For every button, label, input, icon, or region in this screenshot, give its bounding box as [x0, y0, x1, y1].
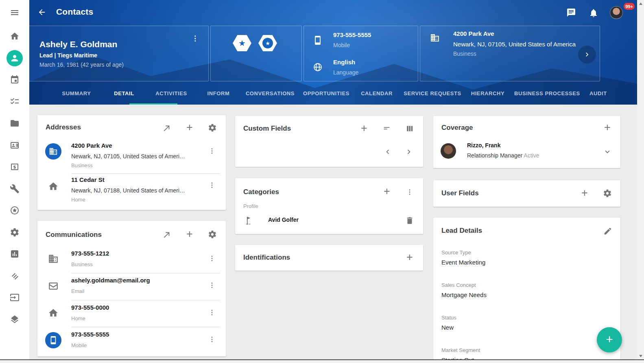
- address-row-menu-icon[interactable]: ⋮: [209, 147, 215, 155]
- user-fields-settings-icon[interactable]: [603, 188, 612, 198]
- addresses-open-icon[interactable]: [162, 123, 172, 133]
- address-row-menu-icon[interactable]: ⋮: [209, 181, 215, 189]
- top-app-bar: Contacts 99+: [29, 0, 637, 24]
- custom-fields-card: Custom Fields +: [235, 116, 423, 167]
- coverage-card: Coverage + Rizzo, Frank Relationship Man…: [433, 116, 620, 168]
- divider: [71, 300, 220, 300]
- contacts-nav-icon-active[interactable]: [7, 50, 23, 66]
- tab-opportunities[interactable]: OPPORTUNITIES: [303, 90, 349, 96]
- communications-settings-icon[interactable]: [207, 230, 217, 239]
- divider: [71, 327, 220, 327]
- tab-calendar[interactable]: CALENDAR: [361, 90, 393, 96]
- categories-add-icon[interactable]: +: [382, 187, 392, 197]
- category-delete-trash-icon[interactable]: [405, 216, 415, 225]
- communication-row-menu-icon[interactable]: ⋮: [209, 308, 215, 316]
- contact-birthdate: March 16, 1981 (42 years of age): [39, 61, 124, 68]
- lead-field-value: Event Marketing: [441, 259, 485, 266]
- vertical-scrollbar[interactable]: [637, 0, 644, 359]
- money-icon[interactable]: [10, 162, 20, 172]
- hexagon-circled-star-badge-icon[interactable]: ★: [258, 35, 277, 51]
- addresses-settings-icon[interactable]: [207, 123, 217, 133]
- coverage-expand-chevron-icon[interactable]: [603, 147, 612, 157]
- star-circle-icon[interactable]: [10, 206, 20, 215]
- home-icon[interactable]: [10, 31, 20, 41]
- golf-flag-icon: [244, 215, 255, 226]
- business-address-icon: [45, 143, 61, 160]
- tab-summary[interactable]: SUMMARY: [62, 90, 91, 96]
- lead-field-label: Source Type: [441, 249, 471, 256]
- address-type: Business: [71, 162, 93, 168]
- tab-audit[interactable]: AUDIT: [589, 90, 608, 96]
- lead-field-label: Market Segment: [441, 347, 480, 353]
- back-arrow-icon[interactable]: [37, 8, 46, 17]
- communication-row-menu-icon[interactable]: ⋮: [209, 335, 215, 343]
- lead-field-value: New: [441, 324, 454, 331]
- wrench-icon[interactable]: [10, 184, 20, 194]
- tab-service-requests[interactable]: SERVICE REQUESTS: [404, 90, 461, 96]
- custom-fields-next-chevron-icon[interactable]: [404, 147, 414, 157]
- coverage-add-icon[interactable]: +: [603, 123, 612, 133]
- identifications-title: Identifications: [243, 254, 290, 262]
- lead-field-label: Status: [441, 315, 456, 321]
- tab-detail[interactable]: DETAIL: [114, 90, 134, 96]
- communications-open-icon[interactable]: [162, 230, 172, 240]
- hamburger-menu-icon[interactable]: [10, 8, 20, 17]
- app-window: Contacts 99+ Ashely E. Goldman Lead | Ti…: [0, 0, 644, 363]
- coverage-title: Coverage: [441, 124, 473, 132]
- custom-fields-sort-icon[interactable]: [382, 124, 392, 133]
- coverage-member-role: Relationship Manager Active: [467, 152, 539, 159]
- scroll-up-arrow-icon[interactable]: [637, 0, 644, 7]
- address-type: Home: [71, 197, 85, 203]
- active-tab-indicator: [129, 103, 177, 105]
- addresses-add-icon[interactable]: +: [185, 123, 194, 133]
- tab-hierarchy[interactable]: HIERARCHY: [471, 90, 505, 96]
- tab-business-processes[interactable]: BUSINESS PROCESSES: [514, 90, 580, 96]
- settings-gear-icon[interactable]: [10, 227, 20, 237]
- sign-in-icon[interactable]: [10, 293, 20, 302]
- notifications-bell-icon[interactable]: [589, 8, 598, 18]
- addresses-title: Addresses: [46, 123, 81, 131]
- contact-name: Ashely E. Goldman: [39, 39, 117, 49]
- scroll-down-arrow-icon[interactable]: [637, 352, 644, 359]
- banner-next-chevron-icon[interactable]: [578, 46, 596, 63]
- communications-card: Communications + 973-555-1212 Business ⋮…: [37, 221, 226, 356]
- custom-fields-add-icon[interactable]: +: [359, 124, 369, 133]
- desktop-strip: [0, 360, 644, 363]
- user-avatar[interactable]: [610, 6, 623, 19]
- contact-summary-card: Ashely E. Goldman Lead | Tiegs Maritime …: [4, 26, 209, 81]
- tab-activities[interactable]: ACTIVITIES: [155, 90, 187, 96]
- tasks-checklist-icon[interactable]: [10, 96, 20, 106]
- address-line1: 4200 Park Ave: [453, 30, 494, 37]
- tab-inform[interactable]: INFORM: [207, 90, 230, 96]
- user-fields-add-icon[interactable]: +: [580, 188, 589, 198]
- home-address-icon: [48, 181, 59, 192]
- calendar-icon[interactable]: [10, 75, 20, 85]
- analytics-chart-icon[interactable]: [10, 249, 20, 259]
- categories-title: Categories: [243, 188, 279, 196]
- communication-row-menu-icon[interactable]: ⋮: [209, 281, 215, 289]
- contact-card-icon[interactable]: [10, 140, 20, 150]
- notification-count-badge: 99+: [624, 3, 635, 10]
- categories-menu-icon[interactable]: ⋮: [406, 188, 413, 196]
- badges-card: ★ ★: [210, 26, 302, 81]
- home-phone-icon: [48, 308, 59, 318]
- folder-icon[interactable]: [10, 118, 20, 128]
- lead-details-edit-pencil-icon[interactable]: [603, 226, 613, 236]
- partners-icon[interactable]: [10, 271, 20, 281]
- address-line1: 4200 Park Ave: [71, 142, 112, 149]
- tab-conversations[interactable]: CONVERSATIONS: [246, 90, 295, 96]
- communication-type: Mobile: [71, 342, 87, 348]
- building-icon: [430, 33, 440, 43]
- identifications-card: Identifications +: [235, 245, 423, 271]
- identifications-add-icon[interactable]: +: [405, 253, 415, 262]
- add-fab-button[interactable]: +: [597, 327, 622, 352]
- layers-icon[interactable]: [10, 315, 20, 324]
- communication-row-menu-icon[interactable]: ⋮: [209, 254, 215, 262]
- custom-fields-columns-icon[interactable]: [405, 124, 415, 133]
- contact-overflow-menu-icon[interactable]: ⋮: [192, 35, 199, 42]
- communications-add-icon[interactable]: +: [185, 230, 194, 239]
- communication-type: Email: [71, 288, 85, 294]
- custom-fields-prev-chevron-icon[interactable]: [383, 147, 393, 157]
- hexagon-star-badge-icon[interactable]: ★: [233, 35, 251, 51]
- chat-icon[interactable]: [566, 8, 576, 17]
